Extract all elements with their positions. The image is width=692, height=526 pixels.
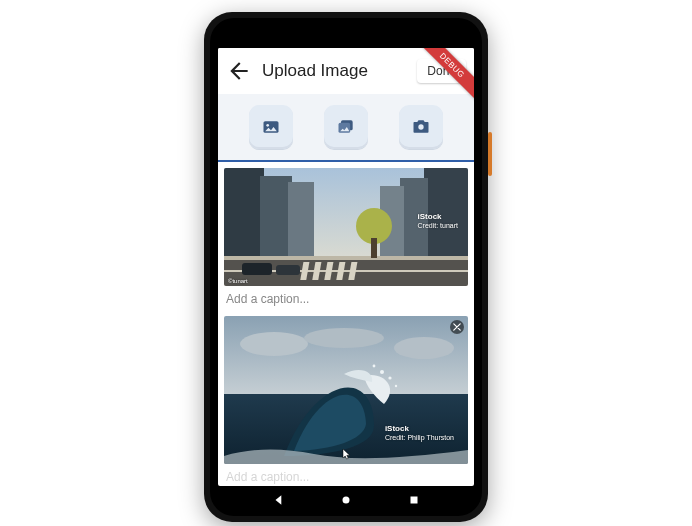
back-button[interactable] bbox=[226, 58, 252, 84]
svg-point-1 bbox=[266, 124, 269, 127]
triangle-back-icon bbox=[272, 493, 286, 507]
upload-actions-row bbox=[218, 94, 474, 162]
svg-point-31 bbox=[395, 385, 397, 387]
close-icon bbox=[453, 323, 461, 331]
image-list[interactable]: iStock Credit: tunart ©tunart Add a capt… bbox=[218, 162, 474, 486]
uploaded-image[interactable]: iStock Credit: tunart ©tunart bbox=[224, 168, 468, 286]
image-card: iStock Credit: tunart ©tunart Add a capt… bbox=[224, 168, 468, 310]
cursor-icon bbox=[342, 448, 352, 460]
caption-input[interactable]: Add a caption... bbox=[224, 286, 468, 310]
svg-rect-13 bbox=[224, 256, 468, 260]
svg-rect-20 bbox=[276, 265, 300, 275]
svg-point-29 bbox=[388, 376, 391, 379]
svg-rect-6 bbox=[224, 168, 264, 258]
svg-rect-7 bbox=[260, 176, 292, 258]
nav-back-button[interactable] bbox=[272, 493, 286, 511]
gallery-icon bbox=[336, 117, 356, 137]
remove-image-button[interactable] bbox=[450, 320, 464, 334]
camera-icon bbox=[411, 117, 431, 137]
svg-point-30 bbox=[373, 365, 376, 368]
back-arrow-icon bbox=[226, 58, 252, 84]
circle-home-icon bbox=[339, 493, 353, 507]
app-screen: DEBUG Upload Image Done bbox=[218, 48, 474, 486]
image-credit: ©tunart bbox=[228, 278, 248, 284]
svg-point-4 bbox=[418, 124, 423, 129]
nav-recents-button[interactable] bbox=[407, 493, 421, 511]
image-single-icon bbox=[261, 117, 281, 137]
nav-home-button[interactable] bbox=[339, 493, 353, 511]
svg-rect-8 bbox=[288, 182, 314, 258]
phone-frame: DEBUG Upload Image Done bbox=[204, 12, 488, 522]
svg-rect-19 bbox=[242, 263, 272, 275]
android-nav-bar bbox=[218, 490, 474, 514]
stock-watermark: iStock Credit: tunart bbox=[418, 212, 458, 230]
caption-input[interactable]: Add a caption... bbox=[224, 464, 468, 486]
svg-rect-22 bbox=[371, 238, 377, 258]
svg-point-25 bbox=[304, 328, 384, 348]
svg-point-26 bbox=[394, 337, 454, 359]
stock-watermark: iStock Credit: Philip Thurston bbox=[385, 424, 454, 442]
square-recents-icon bbox=[407, 493, 421, 507]
svg-point-24 bbox=[240, 332, 308, 356]
image-card: iStock Credit: Philip Thurston Add a cap… bbox=[224, 316, 468, 486]
svg-point-32 bbox=[343, 497, 350, 504]
pick-image-button[interactable] bbox=[249, 105, 293, 149]
open-camera-button[interactable] bbox=[399, 105, 443, 149]
svg-point-28 bbox=[380, 370, 384, 374]
svg-rect-3 bbox=[339, 123, 351, 133]
pick-gallery-button[interactable] bbox=[324, 105, 368, 149]
svg-rect-33 bbox=[410, 497, 417, 504]
uploaded-image[interactable]: iStock Credit: Philip Thurston bbox=[224, 316, 468, 464]
page-title: Upload Image bbox=[262, 61, 407, 81]
